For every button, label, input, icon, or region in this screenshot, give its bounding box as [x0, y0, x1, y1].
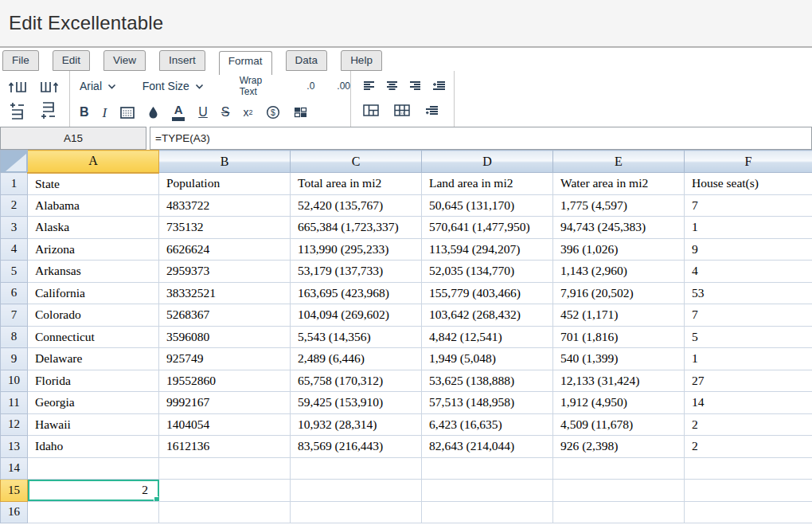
cell-C9[interactable]: 2,489 (6,446)	[291, 348, 422, 370]
increase-decimal-button[interactable]: .00	[337, 80, 350, 92]
cell-B10[interactable]: 19552860	[159, 370, 291, 392]
currency-format-button[interactable]: $	[266, 105, 280, 119]
cell-A10[interactable]: Florida	[28, 370, 159, 392]
cell-E16[interactable]	[553, 501, 685, 523]
cell-D9[interactable]: 1,949 (5,048)	[422, 348, 553, 370]
cell-D7[interactable]: 103,642 (268,432)	[422, 304, 553, 327]
cell-C14[interactable]	[291, 457, 422, 480]
cell-B3[interactable]: 735132	[159, 217, 291, 239]
cell-F3[interactable]: 1	[685, 217, 812, 239]
tab-insert[interactable]: Insert	[159, 50, 205, 71]
column-header-D[interactable]: D	[422, 151, 553, 173]
cell-F8[interactable]: 5	[685, 326, 812, 348]
cell-reference-box[interactable]: A15	[0, 127, 146, 150]
italic-button[interactable]: I	[103, 106, 107, 119]
insert-row-above-button[interactable]	[9, 102, 28, 119]
cell-B1[interactable]: Population	[159, 173, 291, 195]
borders-button[interactable]	[120, 107, 135, 119]
row-header-7[interactable]: 7	[1, 304, 28, 327]
cell-A13[interactable]: Idaho	[28, 436, 159, 458]
row-header-8[interactable]: 8	[1, 326, 28, 348]
cell-A9[interactable]: Delaware	[28, 348, 159, 370]
cell-C8[interactable]: 5,543 (14,356)	[291, 326, 422, 348]
cell-D13[interactable]: 82,643 (214,044)	[422, 436, 553, 458]
cell-F13[interactable]: 2	[685, 436, 812, 458]
cell-F15[interactable]	[685, 480, 812, 502]
cell-B12[interactable]: 1404054	[159, 413, 291, 436]
cell-A6[interactable]: California	[28, 282, 159, 304]
column-header-F[interactable]: F	[685, 151, 812, 173]
cell-A11[interactable]: Georgia	[28, 392, 159, 414]
cell-A14[interactable]	[28, 457, 159, 480]
bold-button[interactable]: B	[80, 106, 89, 119]
insert-column-right-button[interactable]	[39, 79, 60, 95]
cell-F11[interactable]: 14	[685, 392, 812, 414]
cell-A1[interactable]: State	[28, 173, 159, 195]
cell-A2[interactable]: Alabama	[28, 194, 159, 217]
cell-E8[interactable]: 701 (1,816)	[553, 326, 685, 348]
column-header-A[interactable]: A	[28, 151, 159, 173]
cell-C6[interactable]: 163,695 (423,968)	[291, 282, 422, 304]
tab-file[interactable]: File	[2, 50, 39, 71]
cell-B15[interactable]	[159, 480, 291, 502]
cell-A7[interactable]: Colorado	[28, 304, 159, 327]
cell-D14[interactable]	[422, 457, 553, 480]
cell-B2[interactable]: 4833722	[159, 194, 291, 217]
column-header-B[interactable]: B	[159, 151, 291, 173]
decrease-decimal-button[interactable]: .0	[306, 80, 314, 92]
cell-F12[interactable]: 2	[685, 413, 812, 436]
cell-C13[interactable]: 83,569 (216,443)	[291, 436, 422, 458]
column-header-C[interactable]: C	[291, 151, 422, 173]
cell-C16[interactable]	[291, 501, 422, 523]
cell-B14[interactable]	[159, 457, 291, 480]
cell-D10[interactable]: 53,625 (138,888)	[422, 370, 553, 392]
cell-D4[interactable]: 113,594 (294,207)	[422, 238, 553, 261]
superscript-button[interactable]: x2	[243, 107, 252, 118]
merge-cells-button[interactable]	[363, 104, 379, 116]
cell-B11[interactable]: 9992167	[159, 392, 291, 414]
cell-E4[interactable]: 396 (1,026)	[553, 238, 685, 261]
cell-E1[interactable]: Water area in mi2	[553, 173, 685, 195]
cell-E6[interactable]: 7,916 (20,502)	[553, 282, 685, 304]
unmerge-cells-button[interactable]	[394, 104, 410, 116]
fill-color-button[interactable]	[148, 106, 158, 119]
font-color-button[interactable]: A	[172, 104, 185, 121]
cell-C5[interactable]: 53,179 (137,733)	[291, 261, 422, 283]
font-size-dropdown[interactable]: Font Size	[142, 80, 221, 92]
cell-E2[interactable]: 1,775 (4,597)	[553, 194, 685, 217]
cell-B4[interactable]: 6626624	[159, 238, 291, 261]
cell-E11[interactable]: 1,912 (4,950)	[553, 392, 685, 414]
row-header-6[interactable]: 6	[1, 282, 28, 304]
cell-C12[interactable]: 10,932 (28,314)	[291, 413, 422, 436]
cell-B8[interactable]: 3596080	[159, 326, 291, 348]
cell-D2[interactable]: 50,645 (131,170)	[422, 194, 553, 217]
cell-D12[interactable]: 6,423 (16,635)	[422, 413, 553, 436]
cell-F4[interactable]: 9	[685, 238, 812, 261]
row-header-9[interactable]: 9	[1, 348, 28, 370]
cell-A5[interactable]: Arkansas	[28, 261, 159, 283]
wrap-text-button[interactable]: Wrap Text	[240, 75, 282, 97]
row-header-2[interactable]: 2	[1, 194, 28, 217]
row-header-12[interactable]: 12	[1, 413, 28, 436]
cell-D16[interactable]	[422, 501, 553, 523]
cell-F16[interactable]	[685, 501, 812, 523]
align-center-button[interactable]	[386, 80, 398, 91]
strikethrough-button[interactable]: S	[221, 106, 230, 119]
tab-edit[interactable]: Edit	[53, 50, 90, 71]
select-all-corner[interactable]	[1, 151, 28, 173]
row-header-10[interactable]: 10	[1, 370, 28, 392]
cell-F5[interactable]: 4	[685, 261, 812, 283]
cell-C11[interactable]: 59,425 (153,910)	[291, 392, 422, 414]
cell-D5[interactable]: 52,035 (134,770)	[422, 261, 553, 283]
cell-F2[interactable]: 7	[685, 194, 812, 217]
cell-F7[interactable]: 7	[685, 304, 812, 327]
cell-C10[interactable]: 65,758 (170,312)	[291, 370, 422, 392]
row-header-5[interactable]: 5	[1, 261, 28, 283]
insert-column-left-button[interactable]	[8, 79, 29, 95]
column-header-E[interactable]: E	[553, 151, 685, 173]
align-right-button[interactable]	[409, 80, 421, 91]
tab-data[interactable]: Data	[286, 50, 328, 71]
cell-C1[interactable]: Total area in mi2	[291, 173, 422, 195]
cell-E7[interactable]: 452 (1,171)	[553, 304, 685, 327]
cell-B7[interactable]: 5268367	[159, 304, 291, 327]
